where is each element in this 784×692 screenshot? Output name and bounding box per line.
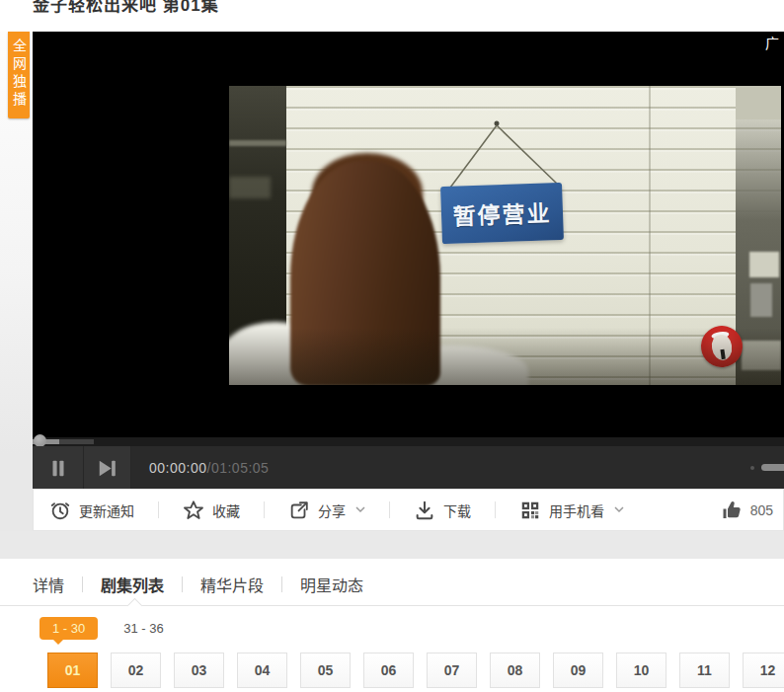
ad-corner-text: 广	[765, 33, 779, 52]
episode-button-04[interactable]: 04	[237, 653, 287, 688]
share-label: 分享	[318, 500, 346, 520]
star-icon	[183, 500, 204, 521]
episode-button-08[interactable]: 08	[490, 653, 540, 688]
pause-icon	[47, 457, 69, 479]
qr-code-icon	[519, 500, 541, 521]
episode-button-06[interactable]: 06	[363, 653, 414, 688]
page: 金子轻松出来吧 第01集 全网独播 广 暂停营业	[0, 0, 784, 692]
tab-divider	[0, 605, 784, 606]
module-gap-band	[0, 531, 784, 559]
favorite-label: 收藏	[212, 500, 240, 520]
bottom-shadow	[229, 328, 781, 385]
episode-button-01[interactable]: 01	[47, 653, 98, 688]
download-icon	[414, 500, 435, 521]
next-episode-button[interactable]	[84, 446, 131, 489]
closed-sign: 暂停营业	[440, 183, 564, 244]
video-frame[interactable]: 暂停营业	[229, 86, 781, 385]
episode-button-09[interactable]: 09	[553, 653, 603, 688]
favorite-button[interactable]: 收藏	[159, 500, 264, 521]
watch-on-mobile-button[interactable]: 用手机看	[496, 500, 648, 521]
tab-details[interactable]: 详情	[33, 573, 64, 596]
episode-button-02[interactable]: 02	[111, 653, 161, 688]
time-display: 00:00:00 / 01:05:05	[131, 446, 784, 489]
active-tab-notch	[127, 598, 143, 614]
episode-button-05[interactable]: 05	[300, 653, 351, 688]
next-episode-icon	[97, 457, 118, 479]
episode-button-07[interactable]: 07	[427, 653, 477, 688]
episode-button-03[interactable]: 03	[174, 653, 224, 688]
update-notice-label: 更新通知	[79, 500, 134, 520]
episode-grid: 01 02 03 04 05 06 07 08 09 10 11 12	[47, 653, 784, 688]
share-icon	[288, 500, 310, 521]
total-duration: 01:05:05	[211, 460, 270, 476]
episode-button-10[interactable]: 10	[616, 653, 666, 688]
pause-button[interactable]	[33, 446, 84, 489]
player-control-bar: 00:00:00 / 01:05:05	[33, 446, 784, 489]
download-label: 下载	[443, 500, 471, 520]
alarm-clock-icon	[49, 500, 71, 521]
range-31-36[interactable]: 31 - 36	[123, 621, 163, 636]
tab-highlights[interactable]: 精华片段	[200, 573, 264, 596]
current-time: 00:00:00	[149, 460, 207, 476]
update-notice-button[interactable]: 更新通知	[34, 500, 158, 521]
chevron-down-icon	[614, 506, 624, 513]
chevron-down-icon	[355, 506, 365, 513]
download-button[interactable]: 下载	[390, 500, 495, 521]
tab-bar: 详情 剧集列表 精华片段 明星动态	[33, 573, 363, 596]
detail-module: 详情 剧集列表 精华片段 明星动态 1 - 30 31 - 36 01 02 0…	[0, 559, 784, 692]
volume-slider[interactable]	[761, 464, 784, 471]
episode-button-12[interactable]: 12	[743, 653, 784, 688]
share-button[interactable]: 分享	[265, 500, 389, 521]
range-1-30[interactable]: 1 - 30	[39, 617, 98, 640]
like-button[interactable]: 805	[720, 499, 783, 522]
page-title: 金子轻松出来吧 第01集	[33, 0, 219, 16]
exclusive-broadcast-ribbon: 全网独播	[8, 32, 30, 118]
thumbs-up-icon	[720, 499, 744, 522]
episode-button-11[interactable]: 11	[679, 653, 730, 688]
progress-bar[interactable]	[33, 437, 784, 446]
action-bar: 更新通知 收藏 分享 下载	[33, 489, 784, 531]
video-player[interactable]: 广 暂停营业	[33, 32, 784, 489]
likes-count: 805	[750, 502, 773, 518]
tab-episode-list[interactable]: 剧集列表	[101, 573, 164, 596]
episode-range-selector: 1 - 30 31 - 36	[39, 615, 164, 641]
volume-dot	[750, 466, 754, 470]
tab-star-news[interactable]: 明星动态	[300, 573, 363, 596]
watch-on-mobile-label: 用手机看	[549, 500, 604, 520]
